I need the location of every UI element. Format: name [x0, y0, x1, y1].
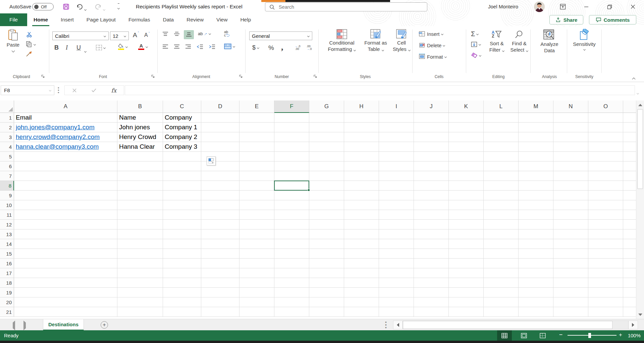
cell-L16[interactable]: [484, 259, 519, 268]
column-header-I[interactable]: I: [379, 100, 414, 113]
cell-G18[interactable]: [309, 278, 344, 288]
font-name-select[interactable]: Calibri: [52, 31, 109, 40]
cell-G17[interactable]: [309, 268, 344, 278]
cell-E21[interactable]: [239, 307, 274, 317]
cell-B19[interactable]: [117, 288, 163, 297]
undo-dropdown[interactable]: [85, 6, 86, 12]
cell-N6[interactable]: [553, 161, 588, 171]
column-header-N[interactable]: N: [553, 100, 588, 113]
cell-A7[interactable]: [14, 171, 117, 181]
zoom-slider-track[interactable]: [568, 335, 616, 336]
fill-handle[interactable]: [308, 189, 310, 191]
cell-K1[interactable]: [449, 113, 484, 123]
row-header-20[interactable]: 20: [0, 297, 14, 307]
cell-D3[interactable]: [201, 132, 239, 142]
cell-H21[interactable]: [344, 307, 379, 317]
cell-C21[interactable]: [163, 307, 201, 317]
cell-H18[interactable]: [344, 278, 379, 288]
tab-page-layout[interactable]: Page Layout: [80, 13, 122, 26]
cell-I18[interactable]: [379, 278, 414, 288]
redo-dropdown[interactable]: [103, 6, 105, 12]
cell-D8[interactable]: [201, 181, 239, 191]
cell-J14[interactable]: [414, 239, 449, 249]
cell-H14[interactable]: [344, 239, 379, 249]
cell-O6[interactable]: [588, 161, 623, 171]
cell-J7[interactable]: [414, 171, 449, 181]
cell-H15[interactable]: [344, 249, 379, 259]
restore-button[interactable]: [601, 0, 618, 13]
cell-B14[interactable]: [117, 239, 163, 249]
cell-A16[interactable]: [14, 259, 117, 268]
column-header-E[interactable]: E: [239, 100, 274, 113]
cell-K16[interactable]: [449, 259, 484, 268]
cell-L8[interactable]: [484, 181, 519, 191]
formula-input[interactable]: [125, 85, 635, 95]
cell-N5[interactable]: [553, 152, 588, 161]
cell-A9[interactable]: [14, 191, 117, 200]
cell-C7[interactable]: [163, 171, 201, 181]
tab-file[interactable]: File: [0, 13, 27, 26]
cell-I4[interactable]: [379, 142, 414, 152]
cell-N21[interactable]: [553, 307, 588, 317]
number-dialog-launcher[interactable]: [313, 74, 317, 78]
cell-M19[interactable]: [519, 288, 553, 297]
cell-B7[interactable]: [117, 171, 163, 181]
cell-N7[interactable]: [553, 171, 588, 181]
row-header-3[interactable]: 3: [0, 132, 14, 142]
cell-C1[interactable]: Company: [163, 113, 201, 123]
formula-bar-expand[interactable]: [637, 89, 639, 95]
cell-L1[interactable]: [484, 113, 519, 123]
cell-I12[interactable]: [379, 220, 414, 229]
cell-C12[interactable]: [163, 220, 201, 229]
cell-A10[interactable]: [14, 200, 117, 210]
format-painter-button[interactable]: [25, 51, 33, 58]
cell-K13[interactable]: [449, 229, 484, 239]
cell-F7[interactable]: [274, 171, 309, 181]
scroll-right-button[interactable]: [628, 321, 638, 329]
cell-G9[interactable]: [309, 191, 344, 200]
increase-indent-button[interactable]: [209, 44, 215, 49]
cell-G15[interactable]: [309, 249, 344, 259]
name-box[interactable]: F8: [1, 85, 54, 95]
orientation-button[interactable]: ab→: [198, 31, 211, 36]
cell-M4[interactable]: [519, 142, 553, 152]
row-header-17[interactable]: 17: [0, 268, 14, 278]
close-button[interactable]: [624, 0, 642, 13]
row-header-11[interactable]: 11: [0, 210, 14, 220]
cell-F1[interactable]: [274, 113, 309, 123]
cancel-icon[interactable]: [72, 88, 77, 93]
cell-I19[interactable]: [379, 288, 414, 297]
cell-D13[interactable]: [201, 229, 239, 239]
cell-H19[interactable]: [344, 288, 379, 297]
share-button[interactable]: Share: [549, 15, 583, 24]
cell-H16[interactable]: [344, 259, 379, 268]
previous-sheet-button[interactable]: [13, 323, 15, 329]
cell-H3[interactable]: [344, 132, 379, 142]
cell-L6[interactable]: [484, 161, 519, 171]
cell-H13[interactable]: [344, 229, 379, 239]
cell-N12[interactable]: [553, 220, 588, 229]
cell-C5[interactable]: [163, 152, 201, 161]
cell-G3[interactable]: [309, 132, 344, 142]
cell-N2[interactable]: [553, 123, 588, 132]
find-select-button[interactable]: Find & Select: [508, 29, 530, 53]
cell-N14[interactable]: [553, 239, 588, 249]
cell-O11[interactable]: [588, 210, 623, 220]
cell-J21[interactable]: [414, 307, 449, 317]
cell-E16[interactable]: [239, 259, 274, 268]
column-header-C[interactable]: C: [163, 100, 201, 113]
format-cells-button[interactable]: Format: [419, 54, 446, 60]
cell-A17[interactable]: [14, 268, 117, 278]
cell-N10[interactable]: [553, 200, 588, 210]
cell-D15[interactable]: [201, 249, 239, 259]
autosum-button[interactable]: Σ: [471, 30, 478, 38]
zoom-out-button[interactable]: −: [557, 331, 564, 338]
cell-B12[interactable]: [117, 220, 163, 229]
cell-N18[interactable]: [553, 278, 588, 288]
cell-I6[interactable]: [379, 161, 414, 171]
delete-cells-button[interactable]: Delete: [419, 42, 445, 48]
save-button[interactable]: [62, 2, 70, 11]
row-header-8[interactable]: 8: [0, 181, 14, 191]
cell-D16[interactable]: [201, 259, 239, 268]
scroll-down-button[interactable]: [637, 311, 643, 318]
